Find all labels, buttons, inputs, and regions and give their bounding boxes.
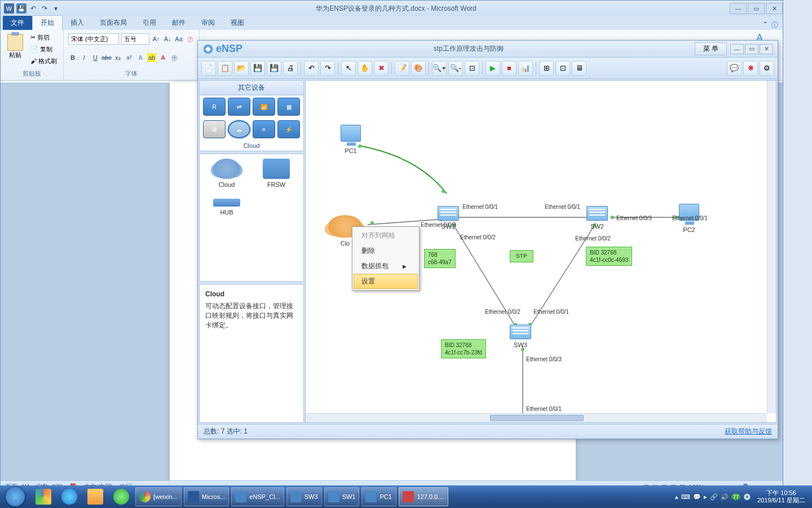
ctx-delete[interactable]: 删除 (354, 243, 418, 259)
copy-button[interactable]: 📄 复制 (29, 44, 59, 55)
clear-format-icon[interactable]: ㋐ (186, 34, 195, 43)
tray-expand-icon[interactable]: ▴ (675, 493, 678, 501)
help-icon[interactable]: ⓘ (771, 20, 778, 30)
task-sw3[interactable]: SW3 (286, 487, 322, 506)
ribbon-collapse-icon[interactable]: ⌃ (762, 20, 768, 30)
task-sw1[interactable]: SW1 (324, 487, 360, 506)
strike-icon[interactable]: abc (102, 53, 111, 62)
font-size-combo[interactable]: 五号 (121, 33, 149, 45)
tab-review[interactable]: 审阅 (193, 16, 223, 30)
firewall-category-icon[interactable]: ▦ (277, 98, 300, 116)
change-case-icon[interactable]: Aa (174, 34, 183, 43)
tray-input-icon[interactable]: ⌨ (681, 493, 690, 501)
wifi-category-icon[interactable]: 📶 (253, 98, 275, 116)
highlight-icon[interactable]: ab (147, 53, 156, 62)
italic-icon[interactable]: I (80, 53, 89, 62)
tab-mail[interactable]: 邮件 (164, 16, 193, 30)
undo-icon[interactable]: ↶ (29, 4, 38, 13)
cloud-category-icon[interactable]: ☁ (228, 120, 250, 138)
sw2-node[interactable]: SW2 (586, 206, 608, 230)
redo-icon[interactable]: ↷ (40, 4, 49, 13)
paste-button[interactable]: 粘贴 (5, 32, 25, 60)
tray-network-icon[interactable]: 🔗 (710, 493, 718, 501)
new-icon[interactable]: 📄 (201, 61, 216, 76)
tab-layout[interactable]: 页面布局 (92, 16, 135, 30)
task-word[interactable]: Micros... (184, 487, 230, 506)
start-all-icon[interactable]: ▶ (486, 61, 500, 76)
topology-canvas[interactable]: PC1 PC2 SW1 SW2 SW3 Clo (305, 80, 776, 423)
canvas-hscrollbar[interactable] (306, 413, 767, 422)
pinned-switcher[interactable] (31, 487, 56, 507)
bold-icon[interactable]: B (68, 53, 77, 62)
pinned-ie[interactable] (57, 487, 82, 507)
tab-file[interactable]: 文件 (3, 16, 32, 30)
settings-icon[interactable]: ⚙ (760, 61, 774, 76)
pinned-app[interactable] (109, 487, 134, 507)
sw3-node[interactable]: SW3 (510, 325, 531, 348)
shrink-font-icon[interactable]: A↓ (163, 34, 172, 43)
start-button[interactable] (0, 485, 30, 508)
task-chrome[interactable]: [weixin... (135, 487, 182, 506)
print-icon[interactable]: 🖨 (283, 61, 298, 76)
save-topo-icon[interactable]: 💾 (250, 61, 265, 76)
char-border-icon[interactable]: ㊥ (170, 53, 179, 62)
help-feedback-link[interactable]: 获取帮助与反馈 (725, 427, 772, 436)
capture-icon[interactable]: 📊 (518, 61, 533, 76)
ensp-titlebar[interactable]: eNSP stp工作原理攻击与防御 菜 单 — ▭ ✕ (198, 41, 778, 58)
switch-category-icon[interactable]: ⇄ (228, 98, 250, 116)
ctx-capture[interactable]: 数据抓包▶ (354, 259, 418, 274)
cut-button[interactable]: ✂ 剪切 (29, 32, 59, 43)
pc1-node[interactable]: PC1 (341, 125, 361, 154)
redo-tool-icon[interactable]: ↷ (320, 61, 335, 76)
display-icon[interactable]: 🖥 (572, 61, 586, 76)
text-effects-icon[interactable]: A (136, 53, 145, 62)
chat-icon[interactable]: 💬 (727, 61, 742, 76)
task-pc1[interactable]: PC1 (361, 487, 396, 506)
word-app-icon[interactable]: W (4, 3, 14, 14)
tab-view[interactable]: 视图 (223, 16, 252, 30)
huawei-icon[interactable]: ❋ (743, 61, 758, 76)
close-button[interactable]: ✕ (766, 3, 783, 14)
palette-icon[interactable]: 🎨 (411, 61, 426, 76)
menu-button[interactable]: 菜 单 (695, 42, 727, 55)
ensp-close-button[interactable]: ✕ (760, 44, 773, 54)
tray-flag-icon[interactable]: ▸ (704, 493, 707, 501)
pinned-explorer[interactable] (83, 487, 108, 507)
tab-insert[interactable]: 插入 (63, 16, 92, 30)
font-name-combo[interactable]: 宋体 (中文正) (68, 33, 119, 45)
tray-wechat-icon[interactable]: 💬 (693, 493, 701, 501)
grow-font-icon[interactable]: A↑ (152, 34, 161, 43)
connection-category-icon[interactable]: ⚡ (277, 120, 300, 138)
save-icon[interactable]: 💾 (16, 3, 27, 14)
superscript-icon[interactable]: x² (125, 53, 134, 62)
minimize-button[interactable]: — (730, 3, 747, 14)
open-icon[interactable]: 📂 (234, 61, 249, 76)
delete-icon[interactable]: ✖ (374, 61, 389, 76)
format-brush-button[interactable]: 🖌 格式刷 (29, 56, 59, 67)
zoomfit-icon[interactable]: ⊡ (465, 61, 479, 76)
tab-references[interactable]: 引用 (135, 16, 164, 30)
topo-list-icon[interactable]: ⊞ (539, 61, 554, 76)
font-color-icon[interactable]: A (158, 53, 167, 62)
task-ensp[interactable]: eNSP_Cl... (231, 487, 284, 506)
tray-battery-icon[interactable]: 77 (731, 493, 740, 500)
select-icon[interactable]: ↖ (341, 61, 356, 76)
saveas-icon[interactable]: 💾 (267, 61, 281, 76)
text-icon[interactable]: 📝 (395, 61, 409, 76)
new-topo-icon[interactable]: 📋 (218, 61, 232, 76)
subscript-icon[interactable]: x₂ (113, 53, 122, 62)
tray-disk-icon[interactable]: 💿 (743, 493, 751, 501)
ctx-settings[interactable]: 设置 (354, 274, 418, 289)
hub-device-item[interactable]: HUB (204, 192, 249, 216)
zoomin-icon[interactable]: 🔍+ (432, 61, 447, 76)
underline-icon[interactable]: U (91, 53, 100, 62)
router-category-icon[interactable]: R (203, 98, 226, 116)
stop-all-icon[interactable]: ■ (502, 61, 517, 76)
canvas-vscrollbar[interactable] (767, 81, 776, 413)
pan-icon[interactable]: ✋ (358, 61, 372, 76)
ensp-minimize-button[interactable]: — (730, 44, 744, 54)
tab-home[interactable]: 开始 (32, 15, 63, 30)
maximize-button[interactable]: ▭ (748, 3, 765, 14)
ensp-maximize-button[interactable]: ▭ (745, 44, 758, 54)
tray-volume-icon[interactable]: 🔊 (721, 493, 729, 501)
